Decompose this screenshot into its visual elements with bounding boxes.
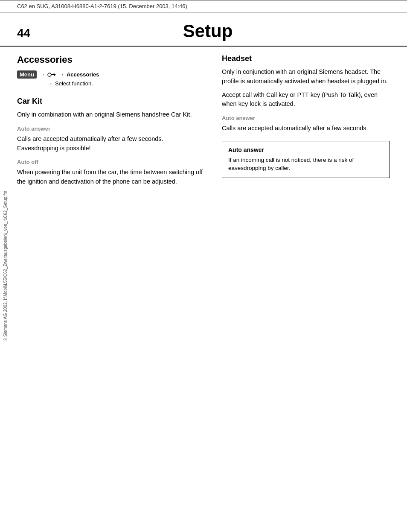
content-area: Accessories Menu →	[0, 54, 407, 193]
car-kit-auto-answer-label: Auto answer	[17, 126, 205, 132]
car-kit-section: Car Kit Only in combination with an orig…	[17, 97, 205, 187]
menu-sub-arrow: →	[47, 80, 52, 87]
headset-section: Headset Only in conjunction with an orig…	[222, 54, 390, 178]
menu-arrow2: →	[58, 71, 64, 78]
left-column: Accessories Menu →	[17, 54, 205, 193]
car-kit-heading: Car Kit	[17, 97, 205, 106]
bottom-bar	[0, 515, 407, 532]
svg-point-0	[48, 73, 51, 76]
right-column: Headset Only in conjunction with an orig…	[218, 54, 390, 193]
top-bar-info: C62 en SUG, A31008-H6880-A1-2-7619 (15. …	[17, 3, 187, 9]
sidebar-text: © Siemens AG 2002, I:\Mobil\L55\C62_Zwei…	[3, 191, 8, 341]
page-title: Setup	[51, 21, 390, 41]
headset-auto-answer-text: Calls are accepted automatically after a…	[222, 124, 390, 133]
page-number: 44	[17, 26, 43, 40]
menu-nav: Menu → → Accessories	[17, 70, 205, 79]
headset-auto-answer-label: Auto answer	[222, 115, 390, 121]
warning-box: Auto answer If an incoming call is not n…	[222, 141, 390, 178]
menu-nav-accessories: Accessories	[67, 71, 99, 78]
page-container: C62 en SUG, A31008-H6880-A1-2-7619 (15. …	[0, 0, 407, 532]
car-kit-auto-off-label: Auto off	[17, 159, 205, 165]
car-kit-auto-off-text: When powering the unit from the car, the…	[17, 168, 205, 187]
headset-heading: Headset	[222, 54, 390, 63]
car-kit-auto-answer-text: Calls are accepted automatically after a…	[17, 134, 205, 153]
menu-arrow1: →	[39, 71, 45, 78]
headset-body1: Only in conjunction with an original Sie…	[222, 67, 390, 86]
bottom-right-line	[394, 515, 394, 532]
bottom-left-line	[13, 515, 13, 532]
warning-box-text: If an incoming call is not noticed, ther…	[228, 156, 384, 172]
headset-body2: Accept call with Call key or PTT key (Pu…	[222, 91, 390, 109]
menu-badge: Menu	[17, 70, 37, 79]
menu-sub-text: Select function.	[55, 80, 93, 87]
page-header: 44 Setup	[0, 12, 407, 47]
warning-box-title: Auto answer	[228, 146, 384, 153]
menu-sub-nav: → Select function.	[47, 80, 205, 87]
car-kit-body: Only in combination with an original Sie…	[17, 110, 205, 120]
accessories-heading: Accessories	[17, 54, 205, 65]
accessories-section: Accessories Menu →	[17, 54, 205, 87]
top-bar: C62 en SUG, A31008-H6880-A1-2-7619 (15. …	[0, 0, 407, 12]
wrench-icon	[47, 72, 56, 78]
